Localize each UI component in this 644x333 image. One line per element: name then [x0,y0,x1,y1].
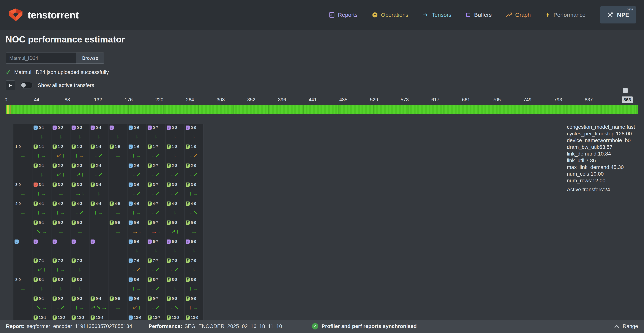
noc-cell-5-8[interactable]: T5-8↗↓ [166,219,184,238]
brand[interactable]: tenstorrent [8,8,79,22]
noc-cell-8-5[interactable] [108,276,128,295]
noc-cell-6-3[interactable]: e [70,238,90,257]
noc-cell-10-4[interactable]: T10-4→ [90,314,108,320]
noc-cell-6-2[interactable]: e [52,238,70,257]
noc-cell-3-5[interactable] [108,181,128,200]
noc-cell-6-6[interactable]: d6-6↓ [128,238,146,257]
nav-item-buffers[interactable]: Buffers [466,12,492,18]
range-control[interactable]: Range [615,323,638,329]
noc-cell-0-6[interactable]: d0-6↓ [128,124,146,143]
noc-cell-9-5[interactable]: T9-5→ [108,295,128,314]
noc-cell-0-5[interactable]: e↓ [108,124,128,143]
noc-cell-1-0[interactable]: 1-0→ [14,143,32,162]
noc-cell-9-8[interactable]: T9-8↓↖ [166,295,184,314]
nav-item-reports[interactable]: Reports [329,12,358,18]
noc-cell-10-3[interactable]: T10-3→ [70,314,90,320]
noc-cell-1-1[interactable]: T1-1↓→ [32,143,52,162]
noc-cell-0-4[interactable]: e0-4↓ [90,124,108,143]
noc-cell-1-7[interactable]: T1-7↓↗ [146,143,166,162]
noc-cell-6-4[interactable]: e [90,238,108,257]
noc-cell-3-3[interactable]: T3-3→↓ [70,181,90,200]
noc-cell-9-2[interactable]: T9-2↓↗ [52,295,70,314]
noc-cell-4-8[interactable]: T4-8↓ [166,200,184,219]
noc-cell-1-6[interactable]: d1-6↓→ [128,143,146,162]
noc-cell-4-2[interactable]: T4-2↓→ [52,200,70,219]
noc-cell-7-5[interactable] [108,257,128,276]
noc-cell-6-8[interactable]: e6-8↓ [166,238,184,257]
noc-cell-1-2[interactable]: T1-2↙↓ [52,143,70,162]
noc-cell-6-5[interactable] [108,238,128,257]
transfers-toggle[interactable] [20,82,33,89]
noc-cell-9-9[interactable]: T9-9↓→ [184,295,204,314]
noc-cell-3-9[interactable]: T3-9↓→ [184,181,204,200]
noc-cell-7-6[interactable]: d7-6↓↗ [128,257,146,276]
noc-cell-1-5[interactable]: T1-5→ [108,143,128,162]
noc-cell-7-0[interactable] [14,257,32,276]
noc-cell-8-0[interactable]: 8-0→ [14,276,32,295]
noc-cell-2-7[interactable]: T2-7↓↗ [146,162,166,181]
noc-cell-9-4[interactable]: T9-4↗↘→ [90,295,108,314]
noc-cell-4-0[interactable]: 4-0→ [14,200,32,219]
browse-button[interactable]: Browse [76,52,104,64]
noc-cell-1-4[interactable]: T1-4↓↗ [90,143,108,162]
noc-cell-4-6[interactable]: d4-6↓→ [128,200,146,219]
noc-cell-8-3[interactable]: T8-3↓ [70,276,90,295]
noc-cell-0-8[interactable]: e0-8↓ [166,124,184,143]
noc-cell-10-6[interactable]: d10-6↓ [128,314,146,320]
noc-cell-5-0[interactable] [14,219,32,238]
noc-cell-3-8[interactable]: T3-8↓↗ [166,181,184,200]
congestion-heatmap-bar[interactable] [6,105,638,114]
noc-cell-10-2[interactable]: T10-2→ [52,314,70,320]
noc-cell-5-2[interactable]: T5-2→ [52,219,70,238]
noc-cell-3-4[interactable]: T3-4↓ [90,181,108,200]
noc-cell-10-9[interactable]: T10-9↓ [184,314,204,320]
noc-cell-8-8[interactable]: T8-8↓ [166,276,184,295]
noc-cell-5-4[interactable] [90,219,108,238]
noc-cell-0-2[interactable]: e0-2↓ [52,124,70,143]
nav-item-graph[interactable]: Graph [506,12,531,18]
noc-cell-5-7[interactable]: T5-7→↓ [146,219,166,238]
noc-cell-10-5[interactable] [108,314,128,320]
noc-cell-7-2[interactable]: T7-2↓→ [52,257,70,276]
timeline-slider-handle[interactable] [623,88,628,93]
noc-cell-4-4[interactable]: T4-4↓→ [90,200,108,219]
noc-cell-0-3[interactable]: e0-3↓ [70,124,90,143]
noc-cell-8-2[interactable]: T8-2↓ [52,276,70,295]
nav-item-tensors[interactable]: Tensors [422,12,451,18]
noc-cell-6-0[interactable]: d [14,238,32,257]
noc-cell-8-4[interactable] [90,276,108,295]
noc-cell-2-0[interactable] [14,162,32,181]
noc-cell-7-4[interactable] [90,257,108,276]
noc-cell-7-7[interactable]: T7-7↓↗ [146,257,166,276]
play-button[interactable]: ▶ [6,80,15,90]
noc-cell-9-0[interactable] [14,295,32,314]
nav-item-performance[interactable]: Performance [545,12,586,18]
noc-cell-6-9[interactable]: e6-9↓ [184,238,204,257]
noc-cell-8-9[interactable]: T8-9↓→ [184,276,204,295]
noc-cell-0-1[interactable]: d0-1↓ [32,124,52,143]
noc-cell-2-8[interactable]: T2-8↓↗ [166,162,184,181]
noc-cell-3-7[interactable]: T3-7↓↗ [146,181,166,200]
noc-cell-5-6[interactable]: d5-6→↓ [128,219,146,238]
noc-cell-9-6[interactable]: d9-6↙↓ [128,295,146,314]
noc-cell-1-9[interactable]: T1-9↓↗ [184,143,204,162]
noc-cell-2-5[interactable] [108,162,128,181]
noc-cell-2-1[interactable]: T2-1↓ [32,162,52,181]
noc-cell-4-9[interactable]: T4-9↓↘ [184,200,204,219]
noc-cell-5-3[interactable]: T5-3→ [70,219,90,238]
noc-cell-10-7[interactable]: T10-7↓ [146,314,166,320]
noc-cell-9-3[interactable]: T9-3↓→ [70,295,90,314]
noc-cell-8-6[interactable]: d8-6↓→ [128,276,146,295]
noc-cell-7-8[interactable]: T7-8↓↗ [166,257,184,276]
noc-cell-6-7[interactable]: e6-7↓ [146,238,166,257]
noc-cell-2-4[interactable]: T2-4↓↗ [90,162,108,181]
noc-cell-10-1[interactable]: T10-1→ [32,314,52,320]
noc-cell-9-7[interactable]: T9-7↓↗ [146,295,166,314]
noc-cell-0-0[interactable] [14,124,32,143]
noc-cell-7-9[interactable]: T7-9↓ [184,257,204,276]
noc-cell-10-8[interactable]: T10-8↓ [166,314,184,320]
file-input[interactable] [6,52,76,64]
noc-cell-7-1[interactable]: T7-1↙↓ [32,257,52,276]
noc-cell-2-6[interactable]: d2-6↓↗ [128,162,146,181]
noc-cell-8-1[interactable]: T8-1↓ [32,276,52,295]
